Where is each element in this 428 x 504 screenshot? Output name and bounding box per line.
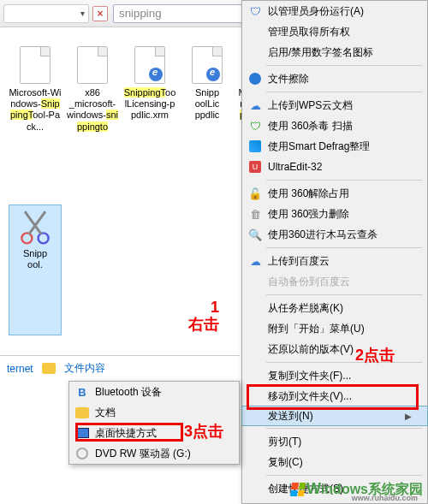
menu-item[interactable]: 发送到(N)▶ <box>241 406 428 426</box>
menu-item-icon <box>247 139 263 154</box>
menu-item-label: 发送到(N) <box>268 409 313 424</box>
menu-item-label: 使用Smart Defrag整理 <box>268 139 370 154</box>
menu-item[interactable]: 启用/禁用数字签名图标 <box>242 42 427 62</box>
menu-item-icon <box>247 321 263 336</box>
menu-item[interactable]: DVD RW 驱动器 (G:) <box>69 443 239 464</box>
file-item[interactable]: SnippoolLicppdlic <box>181 44 234 196</box>
menu-item-label: 使用 360解除占用 <box>268 187 349 201</box>
menu-item-label: 复制到文件夹(F)... <box>268 369 351 383</box>
menu-item[interactable]: 复制到文件夹(F)... <box>242 365 427 386</box>
menu-item[interactable]: 复制(C) <box>242 452 427 472</box>
file-label: Microsoft-Windows-SnippingTool-Pack... <box>9 87 62 133</box>
menu-separator <box>266 247 422 248</box>
menu-item-icon <box>247 454 263 470</box>
file-label: SnippoolLicppdlic <box>195 87 220 122</box>
menu-item-icon <box>247 341 263 357</box>
menu-item-label: 剪切(T) <box>268 435 301 449</box>
file-item[interactable]: Microsoft-Windows-SnippingTool-Pack... <box>9 44 62 196</box>
menu-item[interactable]: 移动到文件夹(V)... <box>242 386 427 406</box>
filter-dropdown[interactable]: ▾ <box>3 4 89 23</box>
folder-icon <box>42 363 56 374</box>
menu-item-label: 以管理员身份运行(A) <box>268 4 364 19</box>
menu-item-label: UltraEdit-32 <box>268 161 322 173</box>
menu-item[interactable]: 还原以前的版本(V) <box>242 339 427 359</box>
file-icon <box>187 44 228 86</box>
menu-item-icon: 🔓 <box>247 186 263 201</box>
file-icon <box>129 44 170 86</box>
menu-item[interactable]: 管理员取得所有权 <box>242 21 427 42</box>
menu-item[interactable]: ☁上传到WPS云文档 <box>242 95 427 116</box>
menu-item[interactable]: 🛡使用 360杀毒 扫描 <box>242 116 427 136</box>
menu-item-icon: 🔍 <box>247 227 263 242</box>
clear-icon[interactable]: × <box>92 6 108 21</box>
menu-item-icon: 🛡 <box>247 3 263 19</box>
menu-item-icon: 🛡 <box>247 118 263 133</box>
menu-item-label: 文档 <box>95 406 116 420</box>
svg-point-4 <box>21 234 32 244</box>
menu-separator <box>266 180 422 181</box>
menu-item-icon <box>74 405 90 420</box>
menu-item[interactable]: ☁上传到百度云 <box>242 251 427 271</box>
menu-item-label: 使用 360强力删除 <box>268 207 349 222</box>
svg-point-5 <box>39 234 49 244</box>
menu-item-icon: U <box>247 159 263 175</box>
menu-item[interactable]: 🔍使用360进行木马云查杀 <box>242 224 427 245</box>
menu-item[interactable]: 使用Smart Defrag整理 <box>242 136 427 157</box>
context-menu-sendto: BBluetooth 设备文档桌面快捷方式DVD RW 驱动器 (G:) <box>68 381 240 465</box>
menu-item-label: 自动备份到百度云 <box>268 275 350 289</box>
menu-item-icon: B <box>74 384 90 400</box>
watermark: Windows系统家园 www.ruhaidu.com <box>291 480 423 499</box>
file-item[interactable]: SnippingToolLicensing-ppdlic.xrm <box>123 44 176 196</box>
menu-item[interactable]: 剪切(T) <box>242 431 427 452</box>
menu-item[interactable]: 文档 <box>69 402 239 423</box>
internet-link[interactable]: ternet <box>7 363 33 375</box>
submenu-arrow-icon: ▶ <box>405 412 412 421</box>
menu-separator <box>266 92 422 92</box>
bottom-links: ternet 文件内容 <box>0 355 240 381</box>
menu-item[interactable]: 附到「开始」菜单(U) <box>242 318 427 339</box>
menu-separator <box>266 362 422 363</box>
context-menu-main: 🛡以管理员身份运行(A)管理员取得所有权启用/禁用数字签名图标文件擦除☁上传到W… <box>241 0 428 504</box>
menu-item-label: 还原以前的版本(V) <box>268 342 354 357</box>
menu-item-icon: ☁ <box>247 98 263 113</box>
menu-item-label: Bluetooth 设备 <box>95 385 162 400</box>
menu-item-icon: ☁ <box>247 253 263 269</box>
menu-item-label: 管理员取得所有权 <box>268 25 350 39</box>
file-item[interactable]: Snippool. <box>9 205 62 335</box>
menu-item[interactable]: BBluetooth 设备 <box>69 382 239 402</box>
menu-item-icon <box>247 71 263 86</box>
menu-item-label: 启用/禁用数字签名图标 <box>268 45 373 60</box>
svg-line-6 <box>29 211 45 234</box>
menu-item-label: 附到「开始」菜单(U) <box>268 322 365 336</box>
menu-item[interactable]: 从任务栏脱离(K) <box>242 298 427 318</box>
menu-item-icon <box>247 274 263 289</box>
menu-item-label: 复制(C) <box>268 455 303 470</box>
menu-item[interactable]: 文件擦除 <box>242 68 427 89</box>
menu-item-icon <box>247 481 263 496</box>
menu-item[interactable]: 🔓使用 360解除占用 <box>242 183 427 204</box>
file-item[interactable]: x86_microsoft-windows-snippingto <box>66 44 119 196</box>
windows-flag-icon <box>290 483 306 496</box>
menu-item[interactable]: 🛡以管理员身份运行(A) <box>242 1 427 21</box>
file-label: SnippingToolLicensing-ppdlic.xrm <box>123 87 176 122</box>
menu-item-icon <box>247 300 263 316</box>
menu-item-icon <box>74 446 90 461</box>
menu-item-icon <box>247 388 263 404</box>
chevron-down-icon: ▾ <box>80 9 85 18</box>
menu-item: 自动备份到百度云 <box>242 271 427 292</box>
file-label: x86_microsoft-windows-snippingto <box>66 87 119 133</box>
menu-item[interactable]: 桌面快捷方式 <box>69 423 239 443</box>
menu-item-label: 桌面快捷方式 <box>95 426 157 441</box>
menu-item-icon <box>247 408 263 424</box>
file-label: Snippool. <box>23 248 47 270</box>
menu-item-label: 使用 360杀毒 扫描 <box>268 119 353 133</box>
file-content-link[interactable]: 文件内容 <box>64 361 105 376</box>
menu-item[interactable]: 🗑使用 360强力删除 <box>242 204 427 224</box>
menu-item-icon <box>247 24 263 39</box>
menu-item-label: 从任务栏脱离(K) <box>268 301 343 316</box>
menu-separator <box>266 475 422 476</box>
menu-item-label: 使用360进行木马云查杀 <box>268 228 377 242</box>
menu-item[interactable]: UUltraEdit-32 <box>242 157 427 177</box>
menu-separator <box>266 428 422 429</box>
menu-item-label: 上传到百度云 <box>268 254 330 269</box>
